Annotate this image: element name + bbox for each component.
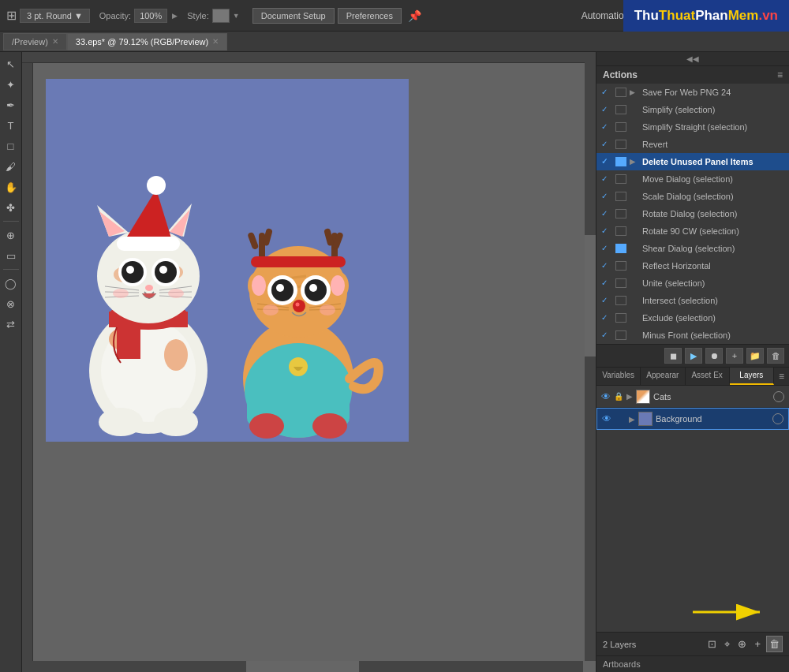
layer-expand-icon[interactable]: ▶: [629, 415, 635, 424]
layer-row-background[interactable]: 👁 ▶ Background: [596, 408, 789, 430]
circle-tool-icon[interactable]: ◯: [2, 274, 20, 292]
check-icon: ✓: [601, 137, 612, 151]
collect-btn[interactable]: ⊕: [735, 637, 749, 651]
v-scrollbar-thumb[interactable]: [585, 235, 596, 357]
action-name: Intersect (selection): [642, 293, 784, 308]
tab-layers[interactable]: Layers: [730, 368, 774, 385]
square-col: [615, 140, 626, 149]
preferences-button[interactable]: Preferences: [338, 8, 402, 24]
panel-collapse-btn[interactable]: ◀◀: [596, 52, 789, 66]
new-action-btn[interactable]: +: [726, 348, 743, 364]
right-panel: ◀◀ Actions ≡ ✓ ▶ Save For Web PNG 24 ✓ S…: [596, 52, 789, 672]
action-row-rotate-dialog[interactable]: ✓ Rotate Dialog (selection): [596, 205, 789, 222]
make-sublayer-btn[interactable]: ⊡: [705, 637, 719, 651]
layer-visibility-icon[interactable]: 👁: [601, 391, 611, 402]
layers-count: 2 Layers: [603, 640, 702, 649]
tab-preview[interactable]: /Preview) ✕: [3, 33, 67, 50]
svg-point-38: [249, 413, 284, 439]
layer-target-circle[interactable]: [773, 391, 784, 402]
action-row-save[interactable]: ✓ ▶ Save For Web PNG 24: [596, 84, 789, 101]
action-name: Minus Front (selection): [642, 328, 784, 342]
action-name: Rotate Dialog (selection): [642, 207, 784, 221]
svg-point-39: [312, 413, 347, 439]
paintbrush-icon[interactable]: 🖌: [2, 158, 20, 175]
layers-panel-menu-icon[interactable]: ≡: [774, 368, 789, 385]
delete-layer-btn[interactable]: 🗑: [766, 636, 783, 652]
action-row-move-dialog[interactable]: ✓ Move Dialog (selection): [596, 170, 789, 188]
action-row-exclude[interactable]: ✓ Exclude (selection): [596, 309, 789, 327]
direct-select-icon[interactable]: ✦: [2, 76, 20, 93]
layer-thumbnail: [636, 390, 650, 404]
pen-tool-icon[interactable]: ✒: [2, 96, 20, 114]
vertical-scrollbar[interactable]: [585, 52, 596, 661]
action-row-delete-unused[interactable]: ✓ ▶ Delete Unused Panel Items: [596, 153, 789, 170]
tab-close-main[interactable]: ✕: [212, 37, 219, 46]
action-row-scale-dialog[interactable]: ✓ Scale Dialog (selection): [596, 188, 789, 205]
canvas-area: [22, 52, 596, 672]
brand-thuat: Thuat: [659, 8, 695, 23]
square-col: [615, 174, 626, 184]
h-scrollbar-thumb[interactable]: [246, 661, 358, 672]
action-row-minus-front[interactable]: ✓ Minus Front (selection): [596, 327, 789, 344]
rectangle-icon[interactable]: ▭: [2, 247, 20, 264]
tab-close-preview[interactable]: ✕: [52, 37, 58, 46]
layer-lock-icon[interactable]: 🔒: [614, 392, 623, 401]
document-setup-button[interactable]: Document Setup: [252, 8, 335, 24]
tab-variables[interactable]: Variables: [596, 368, 641, 385]
layer-expand-icon[interactable]: ▶: [626, 392, 633, 401]
svg-point-68: [320, 304, 335, 315]
canvas-content[interactable]: [33, 63, 585, 661]
action-row-reflect[interactable]: ✓ Reflect Horizontal: [596, 257, 789, 274]
action-name: Unite (selection): [642, 276, 784, 290]
new-layer-btn[interactable]: +: [752, 637, 763, 651]
check-icon: ✓: [601, 207, 612, 221]
hand-tool-icon[interactable]: ✋: [2, 178, 20, 196]
text-tool-icon[interactable]: T: [2, 117, 20, 134]
svg-rect-52: [251, 256, 346, 267]
action-row-rotate-90[interactable]: ✓ Rotate 90 CW (selection): [596, 222, 789, 240]
action-row-shear[interactable]: ✓ Shear Dialog (selection): [596, 240, 789, 257]
chevron-down-icon: ▼: [74, 11, 83, 21]
delete-action-btn[interactable]: 🗑: [767, 348, 784, 364]
tab-main[interactable]: 33.eps* @ 79.12% (RGB/Preview) ✕: [67, 33, 227, 50]
action-row-intersect[interactable]: ✓ Intersect (selection): [596, 292, 789, 309]
actions-menu-icon[interactable]: ≡: [777, 69, 783, 80]
action-row-unite[interactable]: ✓ Unite (selection): [596, 274, 789, 292]
action-name: Move Dialog (selection): [642, 172, 784, 186]
check-icon: ✓: [601, 189, 612, 203]
shape-tool-icon[interactable]: □: [2, 137, 20, 155]
style-label: Style:: [187, 11, 209, 21]
divider: [3, 221, 19, 222]
layer-visibility-icon[interactable]: 👁: [602, 413, 611, 424]
check-icon: ✓: [601, 328, 612, 342]
brand-vn: .vn: [758, 8, 778, 23]
check-icon: ✓: [601, 311, 612, 325]
layer-row-cats[interactable]: 👁 🔒 ▶ Cats: [596, 386, 789, 408]
svg-point-67: [263, 304, 279, 315]
new-set-btn[interactable]: 📁: [746, 348, 764, 364]
star-tool-icon[interactable]: ✤: [2, 199, 20, 216]
horizontal-scrollbar[interactable]: [22, 661, 583, 672]
tab-asset-export[interactable]: Asset Ex: [686, 368, 730, 385]
action-row-simplify-straight[interactable]: ✓ Simplify Straight (selection): [596, 118, 789, 136]
record-btn[interactable]: ⏺: [705, 348, 723, 364]
select-tool-icon[interactable]: ↖: [2, 55, 20, 73]
tab-appearance[interactable]: Appearar: [641, 368, 685, 385]
stop-btn[interactable]: ◼: [664, 348, 682, 364]
brand-text: ThuThuatPhanMem.vn: [634, 8, 778, 24]
artboards-tab[interactable]: Artboards: [596, 655, 789, 672]
brand-bar: ThuThuatPhanMem.vn: [623, 0, 789, 32]
artboard: [46, 79, 409, 444]
zoom-tool-icon[interactable]: ⊕: [2, 226, 20, 244]
brush-size-dropdown[interactable]: 3 pt. Round ▼: [20, 9, 90, 23]
check-icon: ✓: [601, 172, 612, 186]
blend-tool-icon[interactable]: ⊗: [2, 295, 20, 312]
action-row-simplify[interactable]: ✓ Simplify (selection): [596, 101, 789, 118]
action-panel-btns: ◼ ▶ ⏺ + 📁 🗑: [596, 345, 789, 368]
action-row-revert[interactable]: ✓ Revert: [596, 136, 789, 153]
layer-target-circle[interactable]: [772, 413, 783, 424]
action-name: Delete Unused Panel Items: [642, 155, 784, 169]
play-btn[interactable]: ▶: [685, 348, 702, 364]
swap-icon[interactable]: ⇄: [2, 315, 20, 333]
locate-btn[interactable]: ⌖: [722, 637, 732, 652]
